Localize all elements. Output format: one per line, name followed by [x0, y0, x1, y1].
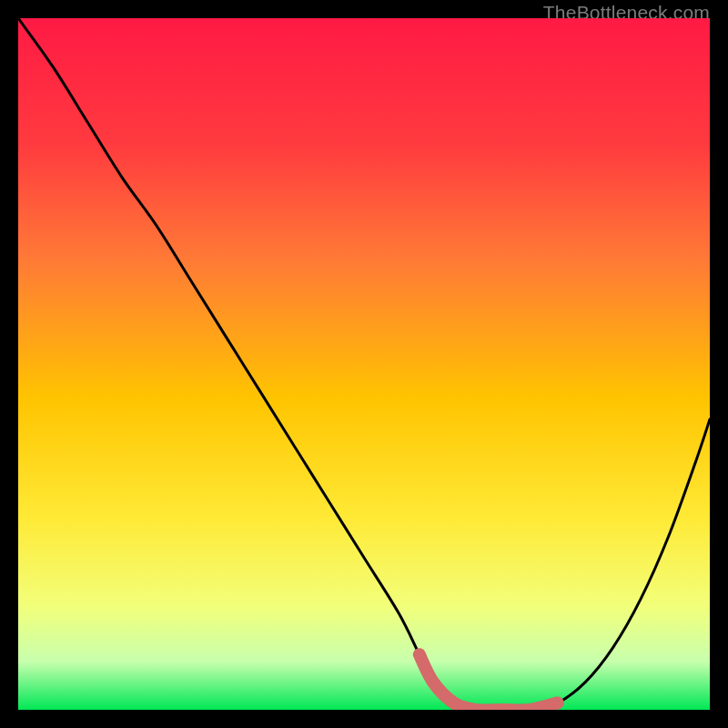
- chart-frame: [18, 18, 710, 710]
- bottleneck-chart: [18, 18, 710, 710]
- gradient-background: [18, 18, 710, 710]
